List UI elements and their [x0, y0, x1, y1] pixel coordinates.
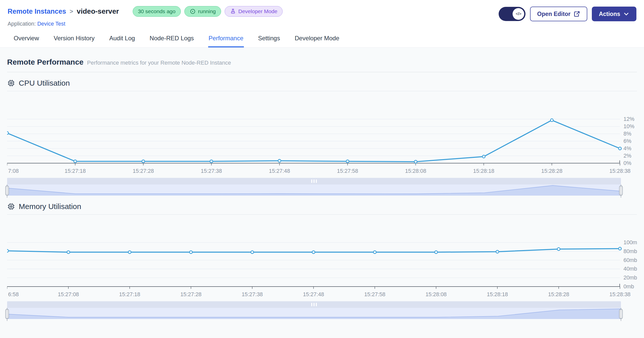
tab-settings[interactable]: Settings: [258, 33, 281, 47]
divider: [7, 91, 637, 91]
svg-text:15:27:38: 15:27:38: [242, 291, 263, 297]
svg-text:20mb: 20mb: [623, 275, 637, 281]
actions-button[interactable]: Actions: [592, 7, 636, 21]
tab-node-red-logs[interactable]: Node-RED Logs: [149, 33, 194, 47]
svg-text:15:28:38: 15:28:38: [609, 291, 631, 297]
status-badge: running: [184, 6, 221, 17]
range-slider-minichart: [7, 308, 621, 319]
range-slider-window[interactable]: [7, 308, 621, 319]
svg-text:40mb: 40mb: [623, 266, 637, 272]
application-label: Application:: [8, 21, 36, 27]
play-circle-icon: [190, 8, 196, 14]
svg-text:15:28:08: 15:28:08: [405, 168, 426, 174]
svg-text:0mb: 0mb: [623, 284, 634, 290]
svg-text:15:28:18: 15:28:18: [487, 291, 508, 297]
range-slider-minichart: [7, 184, 621, 196]
range-slider-right-handle[interactable]: [619, 309, 623, 319]
tab-overview[interactable]: Overview: [13, 33, 40, 47]
svg-text:12%: 12%: [623, 116, 634, 122]
status-badges: 30 seconds agorunningDeveloper Mode: [133, 6, 283, 17]
svg-text:15:27:58: 15:27:58: [364, 291, 385, 297]
developer-mode-toggle[interactable]: </>: [499, 7, 525, 21]
cpu-chip-icon: [7, 202, 15, 211]
instance-name: video-server: [77, 7, 119, 15]
page-header: Remote Instances > video-server 30 secon…: [0, 0, 644, 27]
cpu-chip-icon: [7, 79, 15, 87]
flask-icon: [230, 8, 236, 14]
svg-text:15:28:08: 15:28:08: [425, 291, 447, 297]
svg-text:15:28:18: 15:28:18: [473, 168, 494, 174]
svg-text:6%: 6%: [623, 138, 631, 144]
svg-text:15:27:18: 15:27:18: [119, 291, 140, 297]
open-editor-label: Open Editor: [537, 11, 571, 17]
performance-panel: Remote Performance Performance metrics f…: [0, 48, 644, 338]
svg-text:15:27:58: 15:27:58: [337, 168, 358, 174]
drag-grip-icon[interactable]: [311, 179, 317, 183]
svg-text:2%: 2%: [623, 153, 631, 159]
drag-grip-icon[interactable]: [311, 303, 317, 306]
breadcrumb: Remote Instances > video-server 30 secon…: [8, 6, 499, 17]
status-badge: 30 seconds ago: [133, 6, 181, 17]
svg-text:80mb: 80mb: [623, 248, 637, 254]
svg-text:6:58: 6:58: [8, 291, 19, 297]
svg-text:15:27:08: 15:27:08: [58, 291, 79, 297]
range-slider-right-handle[interactable]: [619, 185, 623, 196]
svg-text:15:27:28: 15:27:28: [180, 291, 202, 297]
svg-text:15:28:28: 15:28:28: [548, 291, 569, 297]
svg-text:10%: 10%: [623, 123, 634, 129]
range-slider-track[interactable]: [7, 301, 621, 308]
svg-text:15:28:28: 15:28:28: [541, 168, 562, 174]
svg-text:4%: 4%: [623, 145, 631, 152]
svg-text:15:27:48: 15:27:48: [269, 168, 290, 174]
divider: [7, 214, 637, 215]
page-subtitle: Performance metrics for your Remote Node…: [87, 60, 231, 66]
actions-label: Actions: [599, 11, 620, 17]
svg-text:15:27:48: 15:27:48: [303, 291, 324, 297]
chart-section: Memory Utilisation 0mb20mb40mb60mb80mb10…: [7, 202, 637, 319]
svg-text:15:27:18: 15:27:18: [65, 168, 86, 174]
range-slider-left-handle[interactable]: [5, 309, 9, 319]
divider: [7, 72, 637, 72]
range-slider-track[interactable]: [7, 178, 621, 184]
range-slider-window[interactable]: [7, 184, 621, 196]
range-slider[interactable]: [7, 178, 621, 196]
svg-text:15:28:38: 15:28:38: [609, 168, 631, 174]
svg-text:0%: 0%: [623, 160, 631, 166]
svg-text:15:27:38: 15:27:38: [201, 168, 222, 174]
tab-performance[interactable]: Performance: [208, 33, 244, 47]
svg-text:15:27:28: 15:27:28: [133, 168, 154, 174]
open-editor-button[interactable]: Open Editor: [530, 7, 587, 21]
external-link-icon: [574, 11, 580, 17]
breadcrumb-separator: >: [70, 8, 73, 15]
chart-section: CPU Utilisation 0%2%4%6%8%10%12%7:0815:2…: [7, 79, 637, 196]
instance-tabs: OverviewVersion HistoryAudit LogNode-RED…: [0, 33, 644, 48]
status-badge: Developer Mode: [225, 6, 283, 17]
chevron-down-icon: [623, 11, 629, 17]
range-slider[interactable]: [7, 301, 621, 319]
page-title: Remote Performance: [7, 58, 84, 66]
breadcrumb-parent-link[interactable]: Remote Instances: [8, 8, 66, 15]
section-title: Memory Utilisation: [19, 202, 81, 211]
svg-text:60mb: 60mb: [623, 257, 637, 263]
line-chart: 0mb20mb40mb60mb80mb100mb6:5815:27:0815:2…: [7, 215, 637, 299]
application-link[interactable]: Device Test: [37, 21, 65, 27]
section-title: CPU Utilisation: [19, 79, 70, 87]
line-chart: 0%2%4%6%8%10%12%7:0815:27:1815:27:2815:2…: [7, 92, 637, 175]
application-row: Application: Device Test: [8, 21, 499, 27]
svg-text:8%: 8%: [623, 131, 631, 137]
tab-developer-mode[interactable]: Developer Mode: [294, 33, 340, 47]
tab-audit-log[interactable]: Audit Log: [109, 33, 135, 47]
svg-text:100mb: 100mb: [623, 239, 637, 246]
tab-version-history[interactable]: Version History: [53, 33, 95, 47]
range-slider-left-handle[interactable]: [5, 185, 9, 196]
svg-text:7:08: 7:08: [8, 168, 19, 174]
code-icon: </>: [513, 8, 524, 20]
